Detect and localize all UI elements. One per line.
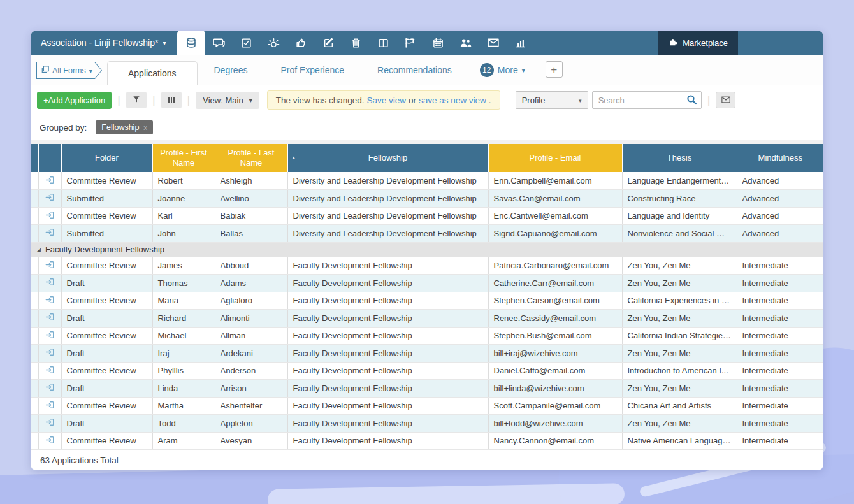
open-record-button[interactable] — [38, 397, 61, 415]
table-row[interactable]: Committee ReviewMichaelAllmanFaculty Dev… — [31, 327, 823, 345]
column-header-first[interactable]: Profile - First Name — [152, 144, 215, 172]
cell-email: Renee.Cassidy@email.com — [488, 310, 622, 328]
toolbar-divider: | — [707, 94, 711, 107]
nav-users-icon[interactable] — [452, 31, 479, 55]
cell-email: Scott.Campanile@email.com — [488, 397, 622, 415]
table-row[interactable]: Committee ReviewRobertAshleighDiversity … — [31, 172, 823, 190]
grouped-by-label: Grouped by: — [40, 123, 87, 133]
column-header-email[interactable]: Profile - Email — [488, 144, 622, 172]
collapse-group-icon[interactable]: ◢ — [36, 247, 41, 253]
table-row[interactable]: DraftThomasAdamsFaculty Development Fell… — [31, 275, 823, 292]
tab-recommendations[interactable]: Recommendations — [361, 55, 468, 85]
column-header-blank[interactable] — [31, 144, 38, 172]
add-form-button[interactable]: + — [546, 61, 563, 78]
open-record-button[interactable] — [38, 327, 61, 345]
cell-thesis: Chicana Art and Artists — [622, 397, 737, 415]
open-record-button[interactable] — [38, 415, 61, 433]
table-row[interactable]: Committee ReviewJamesAbboudFaculty Devel… — [31, 257, 823, 275]
cell-last: Allman — [215, 327, 287, 345]
cell-email: Eric.Cantwell@email.com — [488, 207, 622, 225]
toolbar-divider: | — [117, 94, 120, 107]
column-header-fellowship[interactable]: ▴Fellowship — [287, 144, 488, 172]
table-row[interactable]: DraftRichardAlimontiFaculty Development … — [31, 310, 823, 328]
table-row[interactable]: DraftIrajArdekaniFaculty Development Fel… — [31, 345, 823, 363]
open-record-button[interactable] — [38, 172, 61, 190]
more-label: More — [498, 65, 518, 75]
open-record-button[interactable] — [38, 275, 61, 292]
nav-chat-icon[interactable] — [205, 31, 233, 55]
search-input[interactable] — [592, 91, 702, 109]
nav-database-icon[interactable] — [177, 31, 205, 55]
nav-flag-icon[interactable] — [397, 31, 424, 55]
table-row[interactable]: Committee ReviewAramAvesyanFaculty Devel… — [31, 432, 823, 450]
cell-thesis: Zen You, Zen Me — [622, 345, 737, 363]
open-record-button[interactable] — [38, 310, 61, 328]
open-record-button[interactable] — [38, 362, 61, 380]
table-row[interactable]: Committee ReviewMariaAglialoroFaculty De… — [31, 292, 823, 310]
cell-last: Ashenfelter — [215, 397, 287, 415]
table-row[interactable]: DraftLindaArrisonFaculty Development Fel… — [31, 380, 823, 398]
open-record-button[interactable] — [38, 380, 61, 398]
cell-last: Ashleigh — [215, 172, 287, 190]
column-header-last[interactable]: Profile - Last Name — [215, 144, 287, 172]
table-row[interactable]: Committee ReviewKarlBabiakDiversity and … — [31, 207, 823, 225]
nav-thumbs-up-icon[interactable] — [287, 31, 315, 55]
open-record-button[interactable] — [38, 345, 61, 363]
open-record-button[interactable] — [38, 225, 61, 243]
cell-last: Avellino — [215, 190, 287, 208]
table-row[interactable]: Committee ReviewMarthaAshenfelterFaculty… — [31, 397, 823, 415]
table-row[interactable]: Committee ReviewPhylllisAndersonFaculty … — [31, 362, 823, 380]
tab-applications[interactable]: Applications — [107, 61, 198, 85]
marketplace-button[interactable]: Marketplace — [658, 31, 738, 55]
tab-prof-experience[interactable]: Prof Experience — [264, 55, 361, 85]
search-field-select[interactable]: Profile ▾ — [516, 91, 588, 109]
tab-degrees[interactable]: Degrees — [198, 55, 264, 85]
view-selector-button[interactable]: View: Main ▾ — [196, 92, 259, 109]
nav-calendar-icon[interactable] — [424, 31, 452, 55]
filter-button[interactable] — [126, 92, 147, 108]
remove-group-icon[interactable]: x — [143, 124, 147, 131]
cell-mindfulness: Intermediate — [737, 432, 823, 450]
cell-last: Ballas — [215, 225, 287, 243]
search-icon[interactable] — [686, 94, 697, 108]
group-chip-fellowship[interactable]: Fellowship x — [96, 120, 153, 134]
email-button[interactable] — [716, 92, 735, 108]
nav-bar-chart-icon[interactable] — [507, 31, 534, 55]
save-as-new-view-link[interactable]: save as new view — [419, 96, 486, 105]
column-header-mindfulness[interactable]: Mindfulness — [737, 144, 823, 172]
cell-fellowship: Faculty Development Fellowship — [287, 310, 488, 328]
cell-spacer — [31, 327, 38, 345]
column-header-blank[interactable] — [38, 144, 61, 172]
nav-sun-icon[interactable] — [260, 31, 287, 55]
add-application-button[interactable]: +Add Application — [37, 92, 112, 109]
column-header-thesis[interactable]: Thesis — [622, 144, 737, 172]
open-record-button[interactable] — [38, 292, 61, 310]
nav-edit-icon[interactable] — [315, 31, 342, 55]
all-forms-button[interactable]: All Forms ▾ — [36, 62, 102, 79]
save-view-link[interactable]: Save view — [367, 96, 407, 105]
marketplace-label: Marketplace — [683, 38, 728, 48]
view-selector-label: View: Main — [203, 96, 243, 105]
open-record-button[interactable] — [38, 190, 61, 208]
table-row[interactable]: SubmittedJohnBallasDiversity and Leaders… — [31, 225, 823, 243]
cell-first: Martha — [152, 397, 215, 415]
cell-spacer — [31, 380, 38, 398]
nav-checkbox-icon[interactable] — [233, 31, 260, 55]
nav-trash-icon[interactable] — [342, 31, 370, 55]
open-record-button[interactable] — [38, 257, 61, 275]
nav-columns-icon[interactable] — [370, 31, 397, 55]
open-record-button[interactable] — [38, 432, 61, 450]
cell-folder: Committee Review — [61, 327, 152, 345]
table-row[interactable]: SubmittedJoanneAvellinoDiversity and Lea… — [31, 190, 823, 208]
workspace-title-dropdown[interactable]: Association - Linji Fellowship* ▾ — [31, 31, 177, 55]
cell-last: Adams — [215, 275, 287, 292]
cell-email: bill+linda@wizehive.com — [488, 380, 622, 398]
column-header-folder[interactable]: Folder — [61, 144, 152, 172]
more-forms-dropdown[interactable]: 12 More ▾ — [468, 55, 537, 85]
table-row[interactable]: DraftToddAppletonFaculty Development Fel… — [31, 415, 823, 433]
group-header-row[interactable]: ◢Faculty Development Fellowship — [31, 242, 823, 257]
nav-envelope-icon[interactable] — [479, 31, 507, 55]
column-header-label: Mindfulness — [758, 153, 802, 162]
column-settings-button[interactable] — [161, 92, 182, 108]
open-record-button[interactable] — [38, 207, 61, 225]
